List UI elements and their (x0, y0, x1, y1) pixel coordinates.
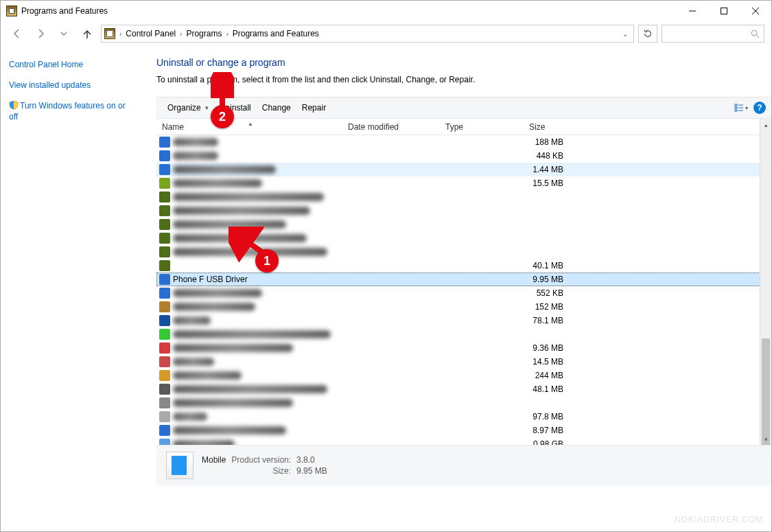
search-input[interactable] (662, 25, 764, 43)
table-row[interactable]: 152 MB (156, 300, 771, 314)
sidebar-link-features[interactable]: Turn Windows features on or off (9, 100, 133, 122)
change-button[interactable]: Change (257, 100, 296, 115)
program-icon (159, 343, 170, 354)
redacted-program-name (173, 371, 242, 380)
table-row[interactable] (156, 396, 771, 410)
page-description: To uninstall a program, select it from t… (156, 75, 771, 84)
chevron-right-icon: › (226, 30, 228, 38)
column-header-name[interactable]: Name▲ (158, 122, 343, 132)
program-size: 188 MB (516, 137, 568, 147)
address-icon (104, 28, 115, 39)
vertical-scrollbar[interactable]: ▴ ▾ (760, 119, 771, 445)
redacted-program-name (173, 426, 286, 435)
content-area: Uninstall or change a program To uninsta… (141, 46, 771, 485)
table-row[interactable]: 9.36 MB (156, 341, 771, 355)
program-icon (159, 329, 170, 340)
table-row[interactable]: 0.98 GB (156, 437, 771, 446)
program-size: 48.1 MB (516, 384, 568, 394)
titlebar: Programs and Features (1, 1, 771, 21)
table-row[interactable]: 552 KB (156, 286, 771, 300)
program-size: 78.1 MB (516, 316, 568, 325)
svg-point-5 (751, 30, 757, 36)
svg-rect-8 (735, 107, 737, 108)
breadcrumb[interactable]: Control Panel (124, 29, 177, 38)
maximize-button[interactable] (708, 1, 740, 21)
table-row[interactable]: 448 KB (156, 149, 771, 163)
program-size: 448 KB (516, 151, 568, 161)
address-dropdown-icon[interactable]: ⌄ (620, 30, 631, 38)
table-row[interactable] (156, 231, 771, 245)
program-size: 152 MB (516, 302, 568, 312)
svg-rect-1 (721, 8, 727, 14)
program-icon (159, 164, 170, 175)
help-button[interactable]: ? (753, 102, 766, 114)
chevron-right-icon: › (119, 30, 121, 38)
svg-line-6 (757, 36, 760, 38)
close-button[interactable] (740, 1, 771, 21)
column-header-size[interactable]: Size (524, 122, 576, 132)
table-row[interactable]: Phone F USB Driver9.95 MB (156, 273, 771, 286)
organize-button[interactable]: Organize (162, 100, 214, 115)
table-row[interactable]: 40.1 MB (156, 259, 771, 273)
redacted-program-name (173, 193, 324, 201)
table-row[interactable]: 8.97 MB (156, 424, 771, 437)
redacted-program-name (173, 399, 293, 407)
up-button[interactable] (78, 24, 97, 43)
toolbar: Organize Uninstall Change Repair ? (156, 97, 771, 119)
redacted-program-name (173, 413, 207, 421)
redacted-program-name (173, 440, 235, 446)
table-row[interactable]: 78.1 MB (156, 314, 771, 327)
program-size: 14.5 MB (516, 357, 568, 367)
table-row[interactable] (156, 245, 771, 259)
redacted-program-name (173, 207, 310, 215)
sidebar-link-home[interactable]: Control Panel Home (9, 60, 133, 71)
redacted-program-name (173, 316, 211, 325)
column-header-type[interactable]: Type (441, 122, 524, 132)
uninstall-button[interactable]: Uninstall (214, 100, 257, 115)
forward-button[interactable] (31, 24, 50, 43)
redacted-program-name (173, 138, 218, 146)
minimize-button[interactable] (677, 1, 708, 21)
table-row[interactable] (156, 218, 771, 231)
table-row[interactable] (156, 204, 771, 218)
table-row[interactable] (156, 327, 771, 341)
scroll-down-icon[interactable]: ▾ (760, 433, 771, 445)
scroll-thumb[interactable] (762, 338, 770, 446)
svg-rect-9 (735, 110, 737, 111)
table-row[interactable]: 15.5 MB (156, 176, 771, 190)
window-title: Programs and Features (21, 6, 677, 16)
back-button[interactable] (8, 24, 27, 43)
program-icon (159, 370, 170, 381)
repair-button[interactable]: Repair (296, 100, 331, 115)
address-bar[interactable]: › Control Panel › Programs › Programs an… (101, 25, 634, 43)
program-list: Name▲ Date modified Type Size 188 MB448 … (156, 119, 771, 446)
table-row[interactable]: 14.5 MB (156, 355, 771, 369)
program-size: 9.95 MB (516, 275, 568, 284)
redacted-program-name (173, 344, 293, 352)
shield-icon (9, 100, 19, 110)
recent-button[interactable] (54, 24, 73, 43)
program-size: 40.1 MB (516, 261, 568, 270)
program-icon (159, 315, 170, 326)
table-row[interactable]: 97.8 MB (156, 410, 771, 424)
sidebar-link-updates[interactable]: View installed updates (9, 80, 133, 91)
program-icon (159, 274, 170, 285)
program-icon (159, 397, 170, 408)
table-row[interactable]: 244 MB (156, 369, 771, 382)
table-row[interactable]: 48.1 MB (156, 382, 771, 396)
search-icon (750, 29, 760, 38)
redacted-program-name (173, 289, 262, 297)
view-options-button[interactable] (733, 100, 749, 116)
refresh-button[interactable] (638, 25, 657, 43)
breadcrumb[interactable]: Programs (185, 29, 223, 38)
column-header-date[interactable]: Date modified (343, 122, 441, 132)
program-icon (159, 301, 170, 312)
program-icon (159, 219, 170, 230)
scroll-up-icon[interactable]: ▴ (760, 119, 771, 130)
table-row[interactable]: 1.44 MB (156, 163, 771, 176)
program-size: 0.98 GB (516, 439, 568, 446)
details-title: Mobile (202, 455, 226, 465)
breadcrumb[interactable]: Programs and Features (231, 29, 320, 38)
table-row[interactable] (156, 190, 771, 204)
table-row[interactable]: 188 MB (156, 135, 771, 149)
